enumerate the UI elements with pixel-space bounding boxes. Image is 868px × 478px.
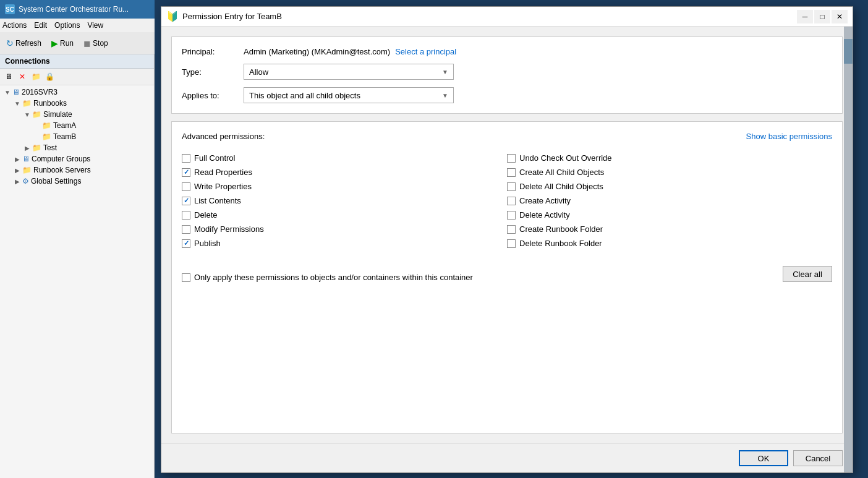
perm-checkbox-left-4[interactable] <box>182 211 190 220</box>
menu-view[interactable]: View <box>87 21 103 30</box>
conn-btn-2[interactable]: ✕ <box>16 70 28 83</box>
perm-checkbox-left-0[interactable] <box>182 154 190 163</box>
perm-item-right-5: Create Runbook Folder <box>507 222 832 236</box>
clear-all-button[interactable]: Clear all <box>783 266 832 282</box>
menu-options[interactable]: Options <box>54 21 80 30</box>
perm-label-right-4: Delete Activity <box>519 210 570 220</box>
dropdown-arrow-applies: ▼ <box>442 92 448 99</box>
close-button[interactable]: ✕ <box>832 10 848 23</box>
perm-item-right-2: Delete All Child Objects <box>507 179 832 194</box>
perm-label-left-4: Delete <box>194 210 218 220</box>
perm-checkbox-left-5[interactable] <box>182 225 190 234</box>
run-button[interactable]: ▶ Run <box>48 37 77 49</box>
tree-item-computergroups[interactable]: ▶ 🖥 Computer Groups <box>0 153 154 164</box>
connections-panel: Connections 🖥 ✕ 📁 🔒 ▼ 🖥 2016SVR3 ▼ 📁 Run… <box>0 54 155 478</box>
folder-icon-teama: 📁 <box>42 121 51 130</box>
permissions-title: Advanced permissions: <box>182 132 265 141</box>
menu-actions[interactable]: Actions <box>2 21 27 30</box>
app-menubar: Actions Edit Options View <box>0 19 155 32</box>
minimize-button[interactable]: ─ <box>797 10 813 23</box>
stop-button[interactable]: ◼ Stop <box>80 37 112 49</box>
permissions-grid: Full ControlRead PropertiesWrite Propert… <box>182 151 832 250</box>
refresh-button[interactable]: ↻ Refresh <box>2 37 45 49</box>
expand-icon-simulate: ▼ <box>22 111 32 118</box>
connections-toolbar: 🖥 ✕ 📁 🔒 <box>0 69 154 85</box>
expand-icon-runbooks: ▼ <box>12 100 22 107</box>
menu-edit[interactable]: Edit <box>34 21 47 30</box>
perm-label-left-3: List Contents <box>194 196 241 205</box>
settings-icon: ⚙ <box>22 177 29 186</box>
tree-item-server[interactable]: ▼ 🖥 2016SVR3 <box>0 87 154 98</box>
perm-item-left-6: Publish <box>182 236 507 250</box>
cancel-button[interactable]: Cancel <box>793 450 843 466</box>
tree-item-globalsettings[interactable]: ▶ ⚙ Global Settings <box>0 176 154 187</box>
ok-button[interactable]: OK <box>739 450 788 466</box>
show-basic-link[interactable]: Show basic permissions <box>746 132 832 141</box>
conn-btn-4[interactable]: 🔒 <box>43 70 56 83</box>
type-dropdown[interactable]: Allow ▼ <box>244 64 454 80</box>
perm-item-left-5: Modify Permissions <box>182 222 507 236</box>
permission-entry-dialog: 🔰 Permission Entry for TeamB ─ □ ✕ Princ… <box>161 6 853 473</box>
maximize-button[interactable]: □ <box>814 10 830 23</box>
tree-item-test[interactable]: ▶ 📁 Test <box>0 142 154 153</box>
group-icon: 🖥 <box>22 155 30 163</box>
perm-label-left-2: Write Properties <box>194 182 252 191</box>
tree-item-teama[interactable]: 📁 TeamA <box>0 120 154 131</box>
perm-item-left-1: Read Properties <box>182 165 507 179</box>
expand-icon-rs: ▶ <box>12 167 22 174</box>
select-principal-link[interactable]: Select a principal <box>395 47 456 56</box>
perm-checkbox-right-0[interactable] <box>507 154 516 163</box>
folder-icon-test: 📁 <box>32 143 41 152</box>
scrollbar-thumb[interactable] <box>844 39 853 64</box>
dropdown-arrow-type: ▼ <box>442 69 448 75</box>
perm-checkbox-right-2[interactable] <box>507 182 516 191</box>
folder-icon-teamb: 📁 <box>42 132 51 141</box>
applies-to-dropdown[interactable]: This object and all child objects ▼ <box>244 87 454 103</box>
perm-label-left-0: Full Control <box>194 153 235 163</box>
run-icon: ▶ <box>51 38 58 48</box>
permissions-col-right: Undo Check Out OverrideCreate All Child … <box>507 151 832 250</box>
perm-item-right-6: Delete Runbook Folder <box>507 236 832 250</box>
tree-label-server: 2016SVR3 <box>22 88 57 96</box>
tree-item-teamb[interactable]: 📁 TeamB <box>0 131 154 142</box>
perm-checkbox-left-1[interactable] <box>182 168 190 177</box>
tree-label-runbookservers: Runbook Servers <box>33 166 91 174</box>
perm-item-right-0: Undo Check Out Override <box>507 151 832 165</box>
only-apply-row: Only apply these permissions to objects … <box>182 268 473 282</box>
conn-btn-1[interactable]: 🖥 <box>2 70 15 83</box>
dialog-title-left: 🔰 Permission Entry for TeamB <box>166 11 282 22</box>
applies-to-dropdown-value: This object and all child objects <box>249 91 360 100</box>
perm-checkbox-right-1[interactable] <box>507 168 516 177</box>
perm-checkbox-left-3[interactable] <box>182 197 190 205</box>
connections-header: Connections <box>0 54 154 69</box>
perm-checkbox-right-5[interactable] <box>507 225 516 234</box>
perm-checkbox-right-4[interactable] <box>507 211 516 220</box>
perm-label-left-5: Modify Permissions <box>194 224 264 234</box>
conn-btn-3[interactable]: 📁 <box>30 70 42 83</box>
run-label: Run <box>60 39 74 48</box>
app-title: System Center Orchestrator Ru... <box>19 5 129 14</box>
app-toolbar: ↻ Refresh ▶ Run ◼ Stop <box>0 32 155 54</box>
only-apply-checkbox[interactable] <box>182 273 190 282</box>
perm-checkbox-left-2[interactable] <box>182 182 190 191</box>
tree-label-teama: TeamA <box>53 121 76 130</box>
folder-icon-runbooks: 📁 <box>22 99 32 108</box>
expand-icon: ▼ <box>2 89 12 96</box>
stop-label: Stop <box>93 39 108 48</box>
tree-item-runbooks[interactable]: ▼ 📁 Runbooks <box>0 98 154 109</box>
permissions-header: Advanced permissions: Show basic permiss… <box>182 132 832 141</box>
principal-section: Principal: Admin (Marketing) (MKAdmin@te… <box>171 36 843 114</box>
perm-checkbox-left-6[interactable] <box>182 239 190 248</box>
scrollbar-track[interactable] <box>844 27 853 472</box>
dialog-footer: OK Cancel <box>161 443 853 472</box>
perm-item-left-2: Write Properties <box>182 179 507 194</box>
perm-checkbox-right-6[interactable] <box>507 239 516 248</box>
perm-checkbox-right-3[interactable] <box>507 197 516 205</box>
perm-item-left-3: List Contents <box>182 194 507 208</box>
tree-item-runbookservers[interactable]: ▶ 📁 Runbook Servers <box>0 164 154 176</box>
folder-icon-rs: 📁 <box>22 166 32 174</box>
app-titlebar: SC System Center Orchestrator Ru... <box>0 0 155 19</box>
perm-label-right-5: Create Runbook Folder <box>519 224 603 234</box>
tree-item-simulate[interactable]: ▼ 📁 Simulate <box>0 109 154 120</box>
dialog-titlebar: 🔰 Permission Entry for TeamB ─ □ ✕ <box>161 7 853 27</box>
